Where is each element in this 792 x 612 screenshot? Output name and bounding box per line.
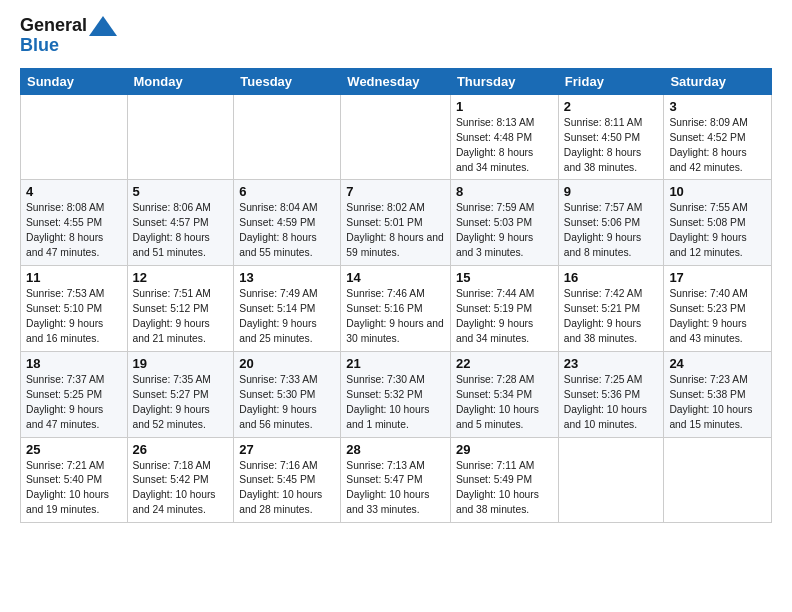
day-info: Sunrise: 7:44 AM Sunset: 5:19 PM Dayligh…	[456, 287, 553, 347]
day-number: 2	[564, 99, 659, 114]
day-info: Sunrise: 7:51 AM Sunset: 5:12 PM Dayligh…	[133, 287, 229, 347]
calendar-cell	[234, 94, 341, 180]
week-row-4: 25Sunrise: 7:21 AM Sunset: 5:40 PM Dayli…	[21, 437, 772, 523]
calendar-cell: 17Sunrise: 7:40 AM Sunset: 5:23 PM Dayli…	[664, 266, 772, 352]
calendar-cell: 19Sunrise: 7:35 AM Sunset: 5:27 PM Dayli…	[127, 351, 234, 437]
calendar-cell: 28Sunrise: 7:13 AM Sunset: 5:47 PM Dayli…	[341, 437, 451, 523]
weekday-header: SundayMondayTuesdayWednesdayThursdayFrid…	[21, 68, 772, 94]
calendar-cell: 26Sunrise: 7:18 AM Sunset: 5:42 PM Dayli…	[127, 437, 234, 523]
day-number: 23	[564, 356, 659, 371]
day-number: 18	[26, 356, 122, 371]
day-info: Sunrise: 7:35 AM Sunset: 5:27 PM Dayligh…	[133, 373, 229, 433]
day-info: Sunrise: 8:08 AM Sunset: 4:55 PM Dayligh…	[26, 201, 122, 261]
calendar-cell: 6Sunrise: 8:04 AM Sunset: 4:59 PM Daylig…	[234, 180, 341, 266]
day-info: Sunrise: 8:04 AM Sunset: 4:59 PM Dayligh…	[239, 201, 335, 261]
day-number: 29	[456, 442, 553, 457]
calendar-cell: 14Sunrise: 7:46 AM Sunset: 5:16 PM Dayli…	[341, 266, 451, 352]
calendar-cell: 23Sunrise: 7:25 AM Sunset: 5:36 PM Dayli…	[558, 351, 664, 437]
day-number: 28	[346, 442, 445, 457]
day-number: 9	[564, 184, 659, 199]
day-info: Sunrise: 7:30 AM Sunset: 5:32 PM Dayligh…	[346, 373, 445, 433]
week-row-0: 1Sunrise: 8:13 AM Sunset: 4:48 PM Daylig…	[21, 94, 772, 180]
calendar-cell: 12Sunrise: 7:51 AM Sunset: 5:12 PM Dayli…	[127, 266, 234, 352]
day-number: 12	[133, 270, 229, 285]
day-number: 11	[26, 270, 122, 285]
day-info: Sunrise: 7:57 AM Sunset: 5:06 PM Dayligh…	[564, 201, 659, 261]
day-info: Sunrise: 7:23 AM Sunset: 5:38 PM Dayligh…	[669, 373, 766, 433]
calendar-cell	[21, 94, 128, 180]
calendar-cell: 15Sunrise: 7:44 AM Sunset: 5:19 PM Dayli…	[450, 266, 558, 352]
calendar-cell: 16Sunrise: 7:42 AM Sunset: 5:21 PM Dayli…	[558, 266, 664, 352]
calendar-cell: 11Sunrise: 7:53 AM Sunset: 5:10 PM Dayli…	[21, 266, 128, 352]
weekday-thursday: Thursday	[450, 68, 558, 94]
calendar-cell: 27Sunrise: 7:16 AM Sunset: 5:45 PM Dayli…	[234, 437, 341, 523]
svg-marker-0	[89, 16, 117, 36]
calendar-cell	[558, 437, 664, 523]
day-number: 24	[669, 356, 766, 371]
logo-subtext: Blue	[20, 36, 117, 56]
day-number: 25	[26, 442, 122, 457]
weekday-monday: Monday	[127, 68, 234, 94]
day-info: Sunrise: 7:18 AM Sunset: 5:42 PM Dayligh…	[133, 459, 229, 519]
day-info: Sunrise: 7:28 AM Sunset: 5:34 PM Dayligh…	[456, 373, 553, 433]
week-row-3: 18Sunrise: 7:37 AM Sunset: 5:25 PM Dayli…	[21, 351, 772, 437]
weekday-saturday: Saturday	[664, 68, 772, 94]
weekday-friday: Friday	[558, 68, 664, 94]
calendar-cell: 18Sunrise: 7:37 AM Sunset: 5:25 PM Dayli…	[21, 351, 128, 437]
calendar-cell: 5Sunrise: 8:06 AM Sunset: 4:57 PM Daylig…	[127, 180, 234, 266]
day-info: Sunrise: 7:37 AM Sunset: 5:25 PM Dayligh…	[26, 373, 122, 433]
day-info: Sunrise: 7:59 AM Sunset: 5:03 PM Dayligh…	[456, 201, 553, 261]
day-info: Sunrise: 7:53 AM Sunset: 5:10 PM Dayligh…	[26, 287, 122, 347]
calendar-cell: 22Sunrise: 7:28 AM Sunset: 5:34 PM Dayli…	[450, 351, 558, 437]
day-number: 8	[456, 184, 553, 199]
day-number: 1	[456, 99, 553, 114]
calendar-cell: 24Sunrise: 7:23 AM Sunset: 5:38 PM Dayli…	[664, 351, 772, 437]
day-info: Sunrise: 8:06 AM Sunset: 4:57 PM Dayligh…	[133, 201, 229, 261]
day-number: 27	[239, 442, 335, 457]
calendar-cell: 8Sunrise: 7:59 AM Sunset: 5:03 PM Daylig…	[450, 180, 558, 266]
weekday-sunday: Sunday	[21, 68, 128, 94]
day-info: Sunrise: 7:42 AM Sunset: 5:21 PM Dayligh…	[564, 287, 659, 347]
calendar-cell: 1Sunrise: 8:13 AM Sunset: 4:48 PM Daylig…	[450, 94, 558, 180]
calendar-cell	[664, 437, 772, 523]
day-number: 21	[346, 356, 445, 371]
day-number: 26	[133, 442, 229, 457]
calendar-body: 1Sunrise: 8:13 AM Sunset: 4:48 PM Daylig…	[21, 94, 772, 522]
day-number: 15	[456, 270, 553, 285]
calendar-table: SundayMondayTuesdayWednesdayThursdayFrid…	[20, 68, 772, 523]
day-info: Sunrise: 7:40 AM Sunset: 5:23 PM Dayligh…	[669, 287, 766, 347]
day-info: Sunrise: 7:11 AM Sunset: 5:49 PM Dayligh…	[456, 459, 553, 519]
logo-icon	[89, 16, 117, 36]
weekday-wednesday: Wednesday	[341, 68, 451, 94]
week-row-2: 11Sunrise: 7:53 AM Sunset: 5:10 PM Dayli…	[21, 266, 772, 352]
logo: General Blue	[20, 16, 117, 56]
calendar-cell: 29Sunrise: 7:11 AM Sunset: 5:49 PM Dayli…	[450, 437, 558, 523]
calendar-cell: 21Sunrise: 7:30 AM Sunset: 5:32 PM Dayli…	[341, 351, 451, 437]
calendar-cell	[127, 94, 234, 180]
day-number: 3	[669, 99, 766, 114]
calendar-cell: 9Sunrise: 7:57 AM Sunset: 5:06 PM Daylig…	[558, 180, 664, 266]
day-number: 4	[26, 184, 122, 199]
calendar-cell: 4Sunrise: 8:08 AM Sunset: 4:55 PM Daylig…	[21, 180, 128, 266]
day-number: 22	[456, 356, 553, 371]
day-info: Sunrise: 7:55 AM Sunset: 5:08 PM Dayligh…	[669, 201, 766, 261]
week-row-1: 4Sunrise: 8:08 AM Sunset: 4:55 PM Daylig…	[21, 180, 772, 266]
calendar-cell: 25Sunrise: 7:21 AM Sunset: 5:40 PM Dayli…	[21, 437, 128, 523]
day-info: Sunrise: 7:33 AM Sunset: 5:30 PM Dayligh…	[239, 373, 335, 433]
calendar-cell: 2Sunrise: 8:11 AM Sunset: 4:50 PM Daylig…	[558, 94, 664, 180]
weekday-tuesday: Tuesday	[234, 68, 341, 94]
calendar-cell: 13Sunrise: 7:49 AM Sunset: 5:14 PM Dayli…	[234, 266, 341, 352]
day-number: 13	[239, 270, 335, 285]
day-number: 20	[239, 356, 335, 371]
day-info: Sunrise: 7:16 AM Sunset: 5:45 PM Dayligh…	[239, 459, 335, 519]
logo-text: General	[20, 16, 87, 36]
calendar-cell: 7Sunrise: 8:02 AM Sunset: 5:01 PM Daylig…	[341, 180, 451, 266]
day-number: 6	[239, 184, 335, 199]
day-info: Sunrise: 8:13 AM Sunset: 4:48 PM Dayligh…	[456, 116, 553, 176]
calendar-cell: 20Sunrise: 7:33 AM Sunset: 5:30 PM Dayli…	[234, 351, 341, 437]
day-number: 16	[564, 270, 659, 285]
day-info: Sunrise: 7:49 AM Sunset: 5:14 PM Dayligh…	[239, 287, 335, 347]
calendar-cell: 10Sunrise: 7:55 AM Sunset: 5:08 PM Dayli…	[664, 180, 772, 266]
day-number: 7	[346, 184, 445, 199]
day-info: Sunrise: 7:21 AM Sunset: 5:40 PM Dayligh…	[26, 459, 122, 519]
